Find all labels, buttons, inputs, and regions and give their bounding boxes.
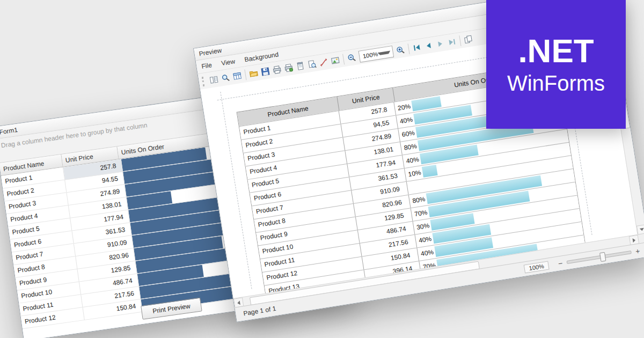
multi-page-icon[interactable] bbox=[462, 33, 475, 46]
chevron-down-icon bbox=[378, 50, 391, 55]
page-info: Page 1 of 1 bbox=[236, 305, 277, 319]
stage: Form1 Drag a column header here to group… bbox=[0, 0, 644, 338]
percent-label: 40% bbox=[399, 113, 413, 127]
toolbar-separator bbox=[408, 43, 410, 54]
zoom-percentage-label: 100% bbox=[524, 261, 550, 273]
units-bar bbox=[422, 165, 438, 178]
zoom-out-icon[interactable] bbox=[345, 51, 358, 64]
toolbar-separator bbox=[342, 54, 345, 64]
picture-icon[interactable] bbox=[328, 54, 342, 67]
zoom-combobox-value: 100% bbox=[359, 50, 378, 60]
percent-label: 40% bbox=[405, 153, 420, 167]
toolbar-separator bbox=[459, 35, 461, 46]
menu-file[interactable]: File bbox=[196, 59, 217, 73]
winforms-label: WinForms bbox=[507, 71, 605, 95]
percent-label: 10% bbox=[407, 166, 422, 180]
percent-label: 70% bbox=[414, 206, 428, 220]
nav-last-icon[interactable] bbox=[445, 35, 459, 49]
percent-label: 80% bbox=[403, 140, 418, 154]
zoom-out-button[interactable]: − bbox=[555, 259, 565, 268]
menu-view[interactable]: View bbox=[216, 55, 240, 70]
percent-label: 80% bbox=[412, 193, 426, 207]
percent-label: 60% bbox=[401, 127, 415, 141]
percent-label: 30% bbox=[416, 219, 430, 233]
zoom-in-button[interactable]: + bbox=[633, 246, 642, 256]
percent-label: 40% bbox=[418, 233, 432, 247]
dotnet-badge: .NET WinForms bbox=[486, 0, 626, 129]
toolbar-separator bbox=[244, 69, 246, 80]
grid-window-title: Form1 bbox=[0, 126, 18, 136]
percent-label: 20% bbox=[397, 100, 411, 114]
preview-window-title: Preview bbox=[199, 47, 222, 58]
customize-icon[interactable] bbox=[231, 69, 244, 83]
scroll-down-button[interactable] bbox=[636, 224, 644, 234]
zoom-in-icon[interactable] bbox=[394, 43, 407, 57]
dotnet-logo-text: .NET bbox=[518, 33, 594, 68]
toolbar-grip[interactable] bbox=[202, 76, 207, 86]
percent-label: 40% bbox=[420, 246, 434, 260]
zoom-slider-thumb[interactable] bbox=[599, 252, 606, 262]
